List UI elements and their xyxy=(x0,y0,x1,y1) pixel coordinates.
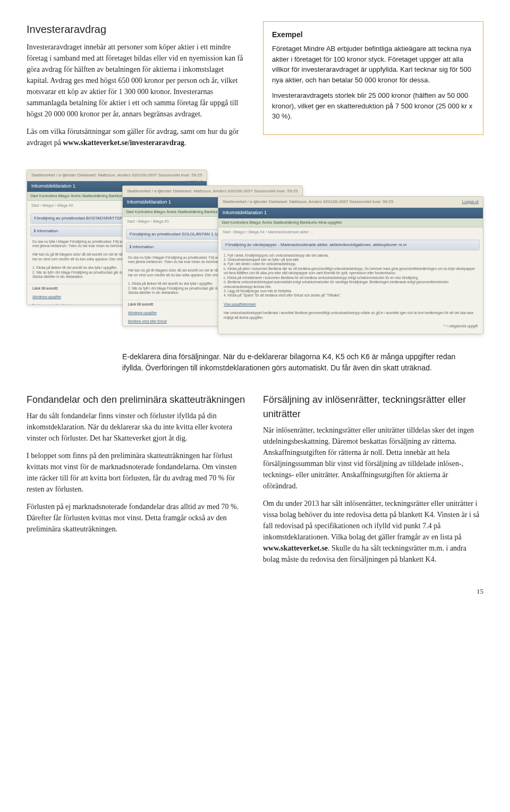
fondandelar-p3: Förlusten på ej marknadsnoterade fondand… xyxy=(27,501,247,535)
screenshot-stack: Skatteverket / e-tjänster Deklarant: Mat… xyxy=(27,164,483,340)
screenshot-meta-2: Skatteverket / e-tjänster Deklarant: Mat… xyxy=(123,186,302,197)
meta-text-3: Skatteverket / e-tjänster Deklarant: Mat… xyxy=(223,199,394,204)
fondandelar-heading: Fondandelar och den preliminära skatteut… xyxy=(27,393,247,407)
fondandelar-p2: I beloppet som finns på den preliminära … xyxy=(27,450,247,495)
fondandelar-column: Fondandelar och den preliminära skatteut… xyxy=(27,393,247,571)
screenshot-meta: Skatteverket / e-tjänster Deklarant: Mat… xyxy=(27,170,207,181)
inlosen-column: Försäljning av inlösenrätter, teckningsr… xyxy=(263,393,483,571)
example-column: Exempel Företaget Mindre AB erbjuder bef… xyxy=(263,21,483,155)
inlosen-p2: Om du under 2013 har sålt inlösenrätter,… xyxy=(263,498,483,565)
obligatory-note: * = obligatorisk uppgift xyxy=(218,322,483,331)
top-row: Investeraravdrag Investeraravdraget inne… xyxy=(27,21,483,155)
bottom-row: Fondandelar och den preliminära skatteut… xyxy=(27,393,483,571)
skv-link[interactable]: www.skatteverket.se xyxy=(263,544,328,552)
app-title-3: Inkomstdeklaration 1 xyxy=(218,208,483,218)
sales-table: * Beteckning * Antal * Försäljningspris … xyxy=(223,333,479,334)
info-label: Information xyxy=(37,229,58,233)
info-label-2: Information xyxy=(132,244,154,249)
example-box: Exempel Företaget Mindre AB erbjuder bef… xyxy=(263,21,483,135)
omk-note: Har omkostnadsbeloppet beräknats i avsni… xyxy=(218,309,483,322)
screenshot-meta-3: Skatteverket / e-tjänster Deklarant: Mat… xyxy=(218,197,483,208)
logout-link[interactable]: Logga ut xyxy=(186,179,202,185)
investeraravdrag-column: Investeraravdrag Investeraravdraget inne… xyxy=(27,21,247,155)
investeraravdrag-heading: Investeraravdrag xyxy=(27,21,247,37)
inlosen-p2-a: Om du under 2013 har sålt inlösenrätter,… xyxy=(263,500,479,541)
breadcrumb-3[interactable]: Start › Bilagor › Bilaga K4 › Marknadsno… xyxy=(218,227,483,238)
inlosen-p1: När inlösenrätter, teckningsrätter eller… xyxy=(263,425,483,492)
inlosen-heading: Försäljning av inlösenrätter, teckningsr… xyxy=(263,393,483,421)
k4-header: Försäljning av värdepapper - Marknadsnot… xyxy=(222,240,480,250)
k4-steps: 1. Fyll i antal, försäljningspris och om… xyxy=(218,251,483,300)
investeraravdrag-p1: Investeraravdraget innebär att personer … xyxy=(27,41,247,120)
meta-text: Skatteverket / e-tjänster Deklarant: Mat… xyxy=(31,173,202,177)
example-title: Exempel xyxy=(272,29,474,40)
visa-uppgiftslamnare[interactable]: Visa uppgiftslämnare xyxy=(218,300,483,309)
table-header-row: * Beteckning * Antal * Försäljningspris … xyxy=(223,333,479,334)
meta-text-2: Skatteverket / e-tjänster Deklarant: Mat… xyxy=(127,189,298,193)
p2-b: . xyxy=(184,139,186,147)
screenshot-k4: Skatteverket / e-tjänster Deklarant: Mat… xyxy=(218,196,483,334)
nav-tabs-3[interactable]: Start Kontrollera Bilagor Ändra Skatteut… xyxy=(218,218,483,228)
example-p1: Företaget Mindre AB erbjuder befintliga … xyxy=(272,44,474,85)
page-number: 15 xyxy=(27,586,483,597)
example-p2: Investeraravdragets storlek blir 25 000 … xyxy=(272,90,474,122)
investeraravdrag-p2: Läs om vilka förutsättningar som gäller … xyxy=(27,126,247,148)
skatteverket-link[interactable]: www.skatteverket.se/investeraravdrag xyxy=(63,139,184,147)
fondandelar-p1: Har du sålt fondandelar finns vinster oc… xyxy=(27,410,247,444)
screenshot-caption: E-deklarera dina försäljningar. När du e… xyxy=(122,351,462,374)
logout-link-3[interactable]: Logga ut xyxy=(462,199,479,205)
